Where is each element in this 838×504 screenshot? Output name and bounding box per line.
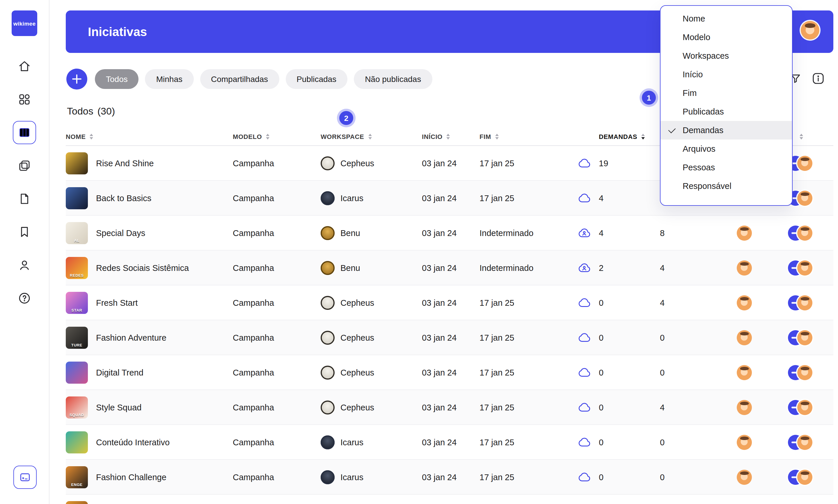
column-menu-item[interactable]: Nome (661, 9, 792, 28)
person-avatar[interactable] (737, 365, 752, 380)
app-logo[interactable]: wikimee (12, 11, 37, 36)
sort-icon[interactable] (447, 134, 450, 140)
column-header-modelo[interactable]: MODELO (233, 133, 262, 140)
responsible-avatars[interactable] (788, 260, 813, 275)
cloud-icon[interactable] (578, 263, 591, 273)
model-name: Campanha (233, 158, 274, 168)
initiative-name: Redes Sociais Sistêmica (96, 263, 189, 272)
profile-icon[interactable] (17, 258, 31, 272)
workspace-name: Cepheus (340, 158, 374, 168)
table-row[interactable]: ENGE Fashion Challenge Campanha Icarus 0… (66, 460, 833, 495)
column-menu-item[interactable]: Pessoas (661, 158, 792, 177)
document-icon[interactable] (17, 192, 31, 206)
initiative-thumbnail (66, 187, 88, 209)
cards-stack-icon[interactable] (17, 159, 31, 173)
table-row[interactable]: TURE Fashion Adventure Campanha Cepheus … (66, 320, 833, 355)
column-menu-item[interactable]: Fim (661, 84, 792, 102)
start-date: 03 jan 24 (422, 402, 457, 412)
model-name: Campanha (233, 368, 274, 377)
table-row[interactable]: STAR Fresh Start Campanha Cepheus 03 jan… (66, 285, 833, 320)
responsible-avatars[interactable] (788, 469, 813, 485)
cloud-icon[interactable] (578, 472, 591, 482)
table-row[interactable]: Conteúdo Interativo Campanha Icarus 03 j… (66, 425, 833, 460)
cloud-icon[interactable] (578, 437, 591, 447)
user-avatar[interactable] (801, 21, 819, 39)
table-row[interactable]: AL Special Days Campanha Benu 03 jan 24 … (66, 216, 833, 251)
model-name: Campanha (233, 333, 274, 342)
column-menu-item[interactable]: Publicadas (661, 102, 792, 121)
person-avatar[interactable] (737, 260, 752, 275)
help-icon[interactable] (17, 291, 31, 305)
responsible-avatar (797, 225, 813, 240)
bookmark-icon[interactable] (17, 225, 31, 239)
demands-count: 2 (599, 263, 603, 272)
filter-pill[interactable]: Compartilhadas (200, 69, 279, 89)
filter-pill[interactable]: Minhas (145, 69, 193, 89)
person-avatar[interactable] (737, 330, 752, 345)
table-row[interactable]: Digital Trend Campanha Cepheus 03 jan 24… (66, 355, 833, 390)
home-icon[interactable] (17, 59, 31, 73)
cloud-icon[interactable] (578, 367, 591, 378)
apps-grid-icon[interactable] (17, 92, 31, 106)
responsible-avatars[interactable] (788, 365, 813, 380)
responsible-avatars[interactable] (788, 330, 813, 345)
initiative-name: Digital Trend (96, 368, 143, 377)
column-menu-item[interactable]: Modelo (661, 28, 792, 47)
table-row[interactable]: REDES Redes Sociais Sistêmica Campanha B… (66, 251, 833, 285)
person-avatar[interactable] (737, 434, 752, 450)
cloud-icon[interactable] (578, 298, 591, 308)
sort-icon[interactable] (90, 134, 93, 140)
cloud-icon[interactable] (578, 228, 591, 238)
initiative-thumbnail: ENGE (66, 466, 88, 488)
column-menu-item[interactable]: Workspaces (661, 47, 792, 65)
sort-icon[interactable] (800, 134, 803, 140)
column-header-inicio[interactable]: INÍCIO (422, 133, 443, 140)
column-header-fim[interactable]: FIM (480, 133, 491, 140)
initiative-thumbnail (66, 431, 88, 453)
responsible-avatars[interactable] (788, 295, 813, 310)
responsible-avatar (797, 295, 813, 310)
responsible-avatars[interactable] (788, 400, 813, 415)
start-date: 03 jan 24 (422, 298, 457, 307)
column-header-nome[interactable]: NOME (66, 133, 86, 140)
person-avatar[interactable] (737, 225, 752, 240)
workspace-name: Cepheus (340, 298, 374, 307)
sort-icon[interactable] (368, 134, 372, 140)
cloud-icon[interactable] (578, 402, 591, 412)
person-avatar[interactable] (737, 400, 752, 415)
person-avatar[interactable] (737, 469, 752, 485)
column-header-workspace[interactable]: WORKSPACE (321, 133, 364, 140)
initiative-thumbnail: STAR (66, 291, 88, 313)
start-date: 03 jan 24 (422, 437, 457, 447)
filter-pill[interactable]: Todos (95, 69, 139, 89)
filter-pill[interactable]: Não publicadas (354, 69, 432, 89)
sort-icon-active[interactable] (641, 134, 645, 140)
responsible-avatars[interactable] (788, 434, 813, 450)
person-avatar[interactable] (737, 295, 752, 310)
initiative-name: Fresh Start (96, 298, 138, 307)
cloud-icon[interactable] (578, 193, 591, 203)
sort-icon[interactable] (266, 134, 270, 140)
list-title: Todos (67, 106, 93, 118)
table-row[interactable]: SQUAD Style Squad Campanha Cepheus 03 ja… (66, 390, 833, 425)
info-icon[interactable] (811, 72, 825, 86)
column-menu-item[interactable]: Responsável (661, 177, 792, 195)
initiatives-nav-selected[interactable] (13, 121, 36, 144)
end-date: 17 jan 25 (480, 368, 514, 377)
filter-pill[interactable]: Publicadas (286, 69, 347, 89)
workspace-logo-icon (321, 226, 335, 240)
sort-icon[interactable] (495, 134, 499, 140)
app-window: wikimee (0, 0, 838, 504)
add-initiative-button[interactable] (66, 69, 87, 90)
column-menu-item[interactable]: Demandas (661, 121, 792, 140)
responsible-avatars[interactable] (788, 225, 813, 240)
cloud-icon[interactable] (578, 332, 591, 343)
console-panel-icon[interactable] (13, 466, 37, 489)
initiative-thumbnail: AL (66, 222, 88, 244)
table-row[interactable]: Outono Aconchegante Campanha Icarus 03 j… (66, 495, 833, 504)
column-menu-item[interactable]: Início (661, 65, 792, 84)
column-header-demandas[interactable]: DEMANDAS (599, 133, 637, 140)
column-menu-item[interactable]: Arquivos (661, 140, 792, 158)
cloud-icon[interactable] (578, 158, 591, 168)
files-count: 0 (660, 368, 665, 377)
